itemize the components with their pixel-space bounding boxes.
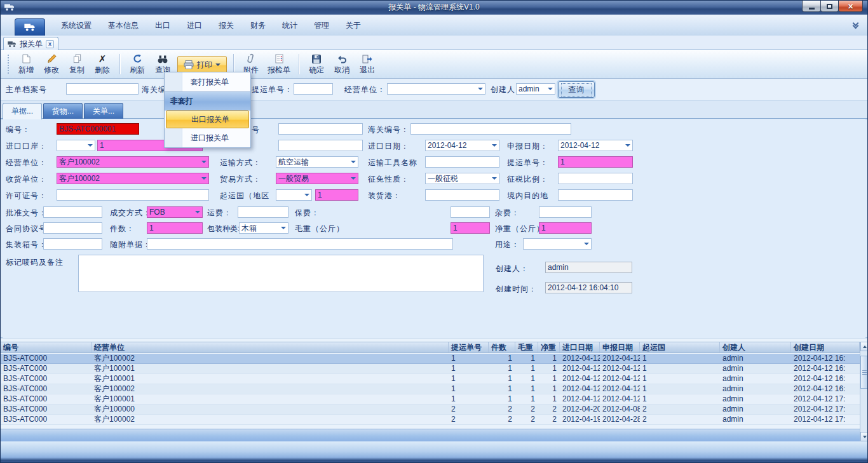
menu-item-customs[interactable]: 报关: [210, 15, 242, 36]
attached-docs-field[interactable]: [147, 238, 453, 250]
customs-no-field[interactable]: [410, 123, 571, 135]
menu-item-finance[interactable]: 财务: [242, 15, 274, 36]
modify-button[interactable]: 修改: [39, 50, 64, 78]
inspection-form-button[interactable]: 报检单: [264, 50, 294, 78]
usage-combo[interactable]: [523, 238, 592, 250]
grid-column-header[interactable]: 提运单号: [449, 342, 489, 352]
tab-document[interactable]: 单据...: [3, 103, 42, 119]
tab-close-icon[interactable]: x: [46, 40, 54, 48]
grid-column-header[interactable]: 经营单位: [92, 342, 449, 352]
transport-mode-combo[interactable]: 航空运输: [276, 156, 358, 168]
license-no-field[interactable]: [57, 189, 209, 201]
operator-combo[interactable]: 客户100002: [57, 156, 209, 168]
marks-textarea[interactable]: [78, 255, 484, 292]
grid-column-header[interactable]: 件数: [489, 342, 515, 352]
new-button[interactable]: 新增: [13, 50, 39, 78]
contract-no-field[interactable]: [43, 222, 102, 234]
grid-column-header[interactable]: 申报日期: [600, 342, 640, 352]
transport-tool-field[interactable]: [425, 156, 499, 168]
grid-column-header[interactable]: 编号: [1, 342, 92, 352]
scroll-up-button[interactable]: [860, 342, 868, 351]
maximize-button[interactable]: [820, 1, 839, 12]
operator-filter-combo[interactable]: [387, 83, 485, 95]
tax-ratio-field[interactable]: [558, 173, 633, 184]
consignee-combo[interactable]: 客户100002: [57, 173, 209, 184]
lading-no-field[interactable]: 1: [558, 156, 633, 168]
menu-item-system-settings[interactable]: 系统设置: [53, 15, 100, 36]
collapse-chevron-icon[interactable]: [852, 22, 860, 29]
no-label: 编号：: [6, 124, 31, 135]
table-row[interactable]: BJS-ATC000客户10000211112012-04-12 10:2012…: [1, 354, 860, 364]
misc-fee-field[interactable]: [539, 206, 592, 218]
table-row[interactable]: BJS-ATC000客户10000211112012-04-12 10:2012…: [1, 384, 860, 394]
scrollbar-thumb[interactable]: [860, 356, 868, 389]
table-row[interactable]: BJS-ATC000客户10000222222012-04-19 10:2012…: [1, 415, 860, 425]
freight-field[interactable]: [238, 206, 288, 218]
import-date-combo[interactable]: 2012-04-12: [425, 140, 499, 151]
delete-button[interactable]: ✗ 删除: [90, 50, 115, 78]
table-row[interactable]: BJS-ATC000客户10000111112012-04-12 10:2012…: [1, 394, 860, 405]
approval-no-field[interactable]: [43, 206, 102, 218]
menu-item-export[interactable]: 出口: [147, 15, 179, 36]
grid-horizontal-scrollbar[interactable]: [1, 429, 860, 441]
restore-icon: [827, 4, 832, 9]
menu-item-import[interactable]: 进口: [179, 15, 210, 36]
gross-weight-field[interactable]: 1: [451, 222, 490, 234]
grid-column-header[interactable]: 创建日期: [791, 342, 860, 352]
net-weight-field[interactable]: 1: [539, 222, 592, 234]
grid-column-header[interactable]: 创建人: [720, 342, 791, 352]
import-port-combo[interactable]: [57, 140, 95, 151]
tab-goods[interactable]: 货物...: [43, 103, 83, 119]
no-field[interactable]: BJS-ATC000001: [57, 123, 139, 135]
grid-column-header[interactable]: 进口日期: [560, 342, 600, 352]
entry-no-field[interactable]: [278, 123, 363, 135]
grid-column-header[interactable]: 起运国: [640, 342, 720, 352]
loading-port-field[interactable]: [425, 189, 499, 201]
grid-column-header[interactable]: 毛重: [515, 342, 538, 352]
creator-filter-combo[interactable]: admin: [516, 83, 555, 95]
insurance-field[interactable]: [451, 206, 490, 218]
trade-mode-combo[interactable]: 一般贸易: [276, 173, 358, 184]
domestic-dest-field[interactable]: [558, 189, 633, 201]
package-type-combo[interactable]: 木箱: [239, 222, 288, 234]
record-no-field[interactable]: [278, 140, 363, 151]
lading-no-filter-input[interactable]: [294, 83, 333, 95]
container-no-field[interactable]: [43, 238, 102, 250]
table-cell: BJS-ATC000: [1, 394, 92, 404]
declare-date-combo[interactable]: 2012-04-12: [558, 140, 633, 151]
levy-nature-combo[interactable]: 一般征税: [425, 173, 499, 184]
table-row[interactable]: BJS-ATC000客户10000111112012-04-12 10:2012…: [1, 374, 860, 384]
query-button[interactable]: 查询: [558, 81, 595, 98]
table-row[interactable]: BJS-ATC000客户10000111112012-04-12 10:2012…: [1, 364, 860, 374]
menu-item-export-declaration[interactable]: 出口报关单: [166, 111, 249, 128]
close-button[interactable]: ×: [838, 1, 863, 12]
menu-item-management[interactable]: 管理: [306, 15, 337, 36]
declare-date-label: 申报日期：: [507, 140, 548, 152]
document-tab-strip: 报关单 x: [1, 36, 867, 50]
refresh-button[interactable]: 刷新: [125, 50, 150, 78]
menu-item-import-declaration[interactable]: 进口报关单: [165, 128, 250, 147]
menu-item-overprint-declaration[interactable]: 套打报关单: [165, 72, 250, 91]
deal-mode-combo[interactable]: FOB: [147, 206, 203, 218]
scroll-down-button[interactable]: [860, 432, 868, 441]
minimize-button[interactable]: [802, 1, 821, 12]
copy-button[interactable]: 复制: [64, 50, 90, 78]
menu-item-statistics[interactable]: 统计: [274, 15, 306, 36]
menu-item-about[interactable]: 关于: [337, 15, 369, 36]
master-doc-filter-input[interactable]: [66, 83, 139, 95]
pieces-field[interactable]: 1: [147, 222, 203, 234]
tab-customs-sheet[interactable]: 关单...: [84, 103, 123, 119]
app-menu-tab[interactable]: [15, 18, 45, 36]
grid-vertical-scrollbar[interactable]: [860, 342, 868, 441]
exit-button[interactable]: 退出: [355, 50, 380, 78]
menu-item-basic-info[interactable]: 基本信息: [100, 15, 147, 36]
origin-country-combo[interactable]: [276, 189, 312, 201]
table-row[interactable]: BJS-ATC000客户10000022222012-04-202012-04-…: [1, 405, 860, 415]
confirm-button[interactable]: 确定: [304, 50, 329, 78]
grid-column-header[interactable]: 净重: [538, 342, 560, 352]
tab-customs-declaration[interactable]: 报关单 x: [3, 37, 58, 50]
print-button[interactable]: 打印: [177, 56, 227, 74]
deal-mode-label: 成交方式：: [110, 207, 151, 218]
cancel-button[interactable]: 取消: [329, 50, 355, 78]
origin-country-code-field[interactable]: 1: [315, 189, 358, 201]
